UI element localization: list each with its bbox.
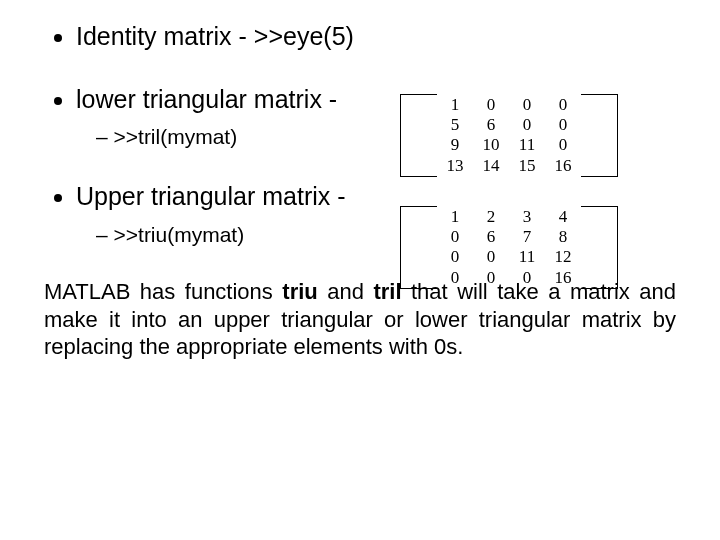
bullet-lower-text: lower triangular matrix - (76, 85, 337, 113)
cell: 0 (509, 95, 545, 115)
cell: 0 (545, 115, 581, 135)
cell: 11 (509, 135, 545, 155)
bracket-right-icon (581, 95, 618, 177)
cell: 1 (437, 207, 473, 227)
cell: 6 (473, 115, 509, 135)
cell: 7 (509, 227, 545, 247)
bracket-right-icon (581, 207, 618, 289)
cell: 0 (437, 227, 473, 247)
para-t1: MATLAB has functions (44, 279, 282, 304)
cell: 14 (473, 156, 509, 176)
cell: 5 (437, 115, 473, 135)
cell: 0 (437, 247, 473, 267)
cell: 15 (509, 156, 545, 176)
matrix-table-lower: 1 0 0 0 5 6 0 0 9 10 11 0 13 14 15 16 (400, 94, 618, 177)
bullet-identity: Identity matrix - >>eye(5) (76, 20, 680, 53)
cell: 13 (437, 156, 473, 176)
cell: 3 (509, 207, 545, 227)
upper-triangular-matrix: 1 2 3 4 0 6 7 8 0 0 11 12 0 0 0 16 (400, 206, 618, 289)
cell: 0 (473, 247, 509, 267)
para-t2: and (318, 279, 374, 304)
cell: 9 (437, 135, 473, 155)
cell: 0 (437, 268, 473, 288)
cell: 0 (545, 95, 581, 115)
cell: 0 (473, 95, 509, 115)
cell: 4 (545, 207, 581, 227)
para-bold-triu: triu (282, 279, 317, 304)
slide-content: Identity matrix - >>eye(5) lower triangu… (0, 0, 720, 381)
cell: 10 (473, 135, 509, 155)
cell: 0 (473, 268, 509, 288)
cell: 16 (545, 268, 581, 288)
cell: 12 (545, 247, 581, 267)
para-bold-tril: tril (373, 279, 401, 304)
description-paragraph: MATLAB has functions triu and tril that … (44, 278, 676, 361)
cell: 0 (509, 115, 545, 135)
cell: 1 (437, 95, 473, 115)
cell: 16 (545, 156, 581, 176)
bracket-left-icon (401, 207, 438, 289)
bracket-left-icon (401, 95, 438, 177)
matrix-table-upper: 1 2 3 4 0 6 7 8 0 0 11 12 0 0 0 16 (400, 206, 618, 289)
bullet-upper-text: Upper triangular matrix - (76, 182, 346, 210)
cell: 6 (473, 227, 509, 247)
cell: 2 (473, 207, 509, 227)
cell: 8 (545, 227, 581, 247)
cell: 11 (509, 247, 545, 267)
lower-triangular-matrix: 1 0 0 0 5 6 0 0 9 10 11 0 13 14 15 16 (400, 94, 618, 177)
cell: 0 (509, 268, 545, 288)
cell: 0 (545, 135, 581, 155)
